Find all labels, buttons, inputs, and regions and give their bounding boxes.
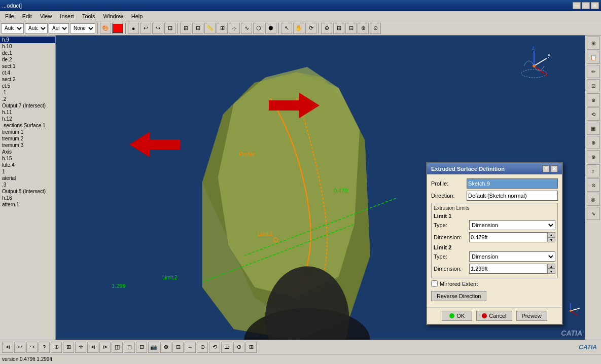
sidebar-item-ct5[interactable]: ct.5: [0, 83, 55, 89]
sidebar-item-sect1[interactable]: sect.1: [0, 63, 55, 69]
limit1-spin-up[interactable]: ▲: [547, 232, 555, 237]
bt-btn-11[interactable]: ◻: [124, 342, 135, 353]
toolbar-select-1[interactable]: Auto: [1, 23, 24, 33]
sidebar-item-h10[interactable]: h.10: [0, 43, 55, 50]
rt-btn-4[interactable]: ⊡: [587, 79, 600, 92]
rt-btn-12[interactable]: ◎: [587, 193, 600, 206]
limit2-dim-input[interactable]: [469, 264, 547, 274]
sidebar-item-output8[interactable]: Output.8 (Intersect): [0, 188, 55, 195]
preview-button[interactable]: Preview: [516, 311, 547, 321]
rt-btn-1[interactable]: ⊞: [587, 37, 600, 50]
bt-btn-13[interactable]: 📷: [148, 342, 159, 353]
limit1-spin-down[interactable]: ▼: [547, 237, 555, 242]
sidebar-item-output7[interactable]: Output.7 (Intersect): [0, 102, 55, 109]
toolbar-btn-color[interactable]: [112, 23, 123, 34]
limit1-type-select[interactable]: Dimension: [469, 220, 555, 230]
sidebar-item-lute4[interactable]: lute.4: [0, 162, 55, 168]
bt-btn-3[interactable]: ↪: [26, 342, 38, 353]
toolbar-btn-zoom-fit[interactable]: ⊕: [321, 23, 332, 34]
reverse-direction-button[interactable]: Reverse Direction: [431, 291, 486, 301]
sidebar-item-2[interactable]: .2: [0, 96, 55, 102]
sidebar-item-3[interactable]: .3: [0, 181, 55, 188]
dialog-help-button[interactable]: ?: [543, 165, 550, 172]
bt-btn-20[interactable]: ⊕: [233, 342, 244, 353]
bt-btn-7[interactable]: ✛: [75, 342, 86, 353]
dialog-close-button[interactable]: ✕: [551, 165, 558, 172]
bt-btn-21[interactable]: ⊞: [245, 342, 257, 353]
bt-btn-6[interactable]: ⊞: [63, 342, 74, 353]
rt-btn-5[interactable]: ⊛: [587, 93, 600, 106]
sidebar-item-extremum1[interactable]: tremum.1: [0, 129, 55, 135]
sidebar-item-sect2[interactable]: sect.2: [0, 76, 55, 83]
sidebar-item-extremum3[interactable]: tremum.3: [0, 142, 55, 149]
bt-btn-1[interactable]: ⊲: [2, 342, 13, 353]
bt-btn-19[interactable]: ☰: [221, 342, 232, 353]
menu-tools[interactable]: Tools: [78, 12, 99, 20]
viewport-3d[interactable]: _Profile 0.479 1.299 Limit.1 Limit.2 x y…: [56, 35, 585, 340]
toolbar-select-2[interactable]: Auto: [25, 23, 48, 33]
bt-btn-8[interactable]: ⊲: [87, 342, 98, 353]
toolbar-btn-curve[interactable]: ∿: [241, 23, 252, 34]
bt-btn-18[interactable]: ⟲: [209, 342, 220, 353]
close-button[interactable]: ✕: [591, 2, 599, 9]
toolbar-btn-1[interactable]: ●: [128, 23, 139, 34]
profile-field-input[interactable]: [467, 178, 558, 189]
bt-btn-14[interactable]: ⊛: [160, 342, 171, 353]
mirrored-checkbox[interactable]: [431, 280, 438, 287]
bt-btn-16[interactable]: ↔: [185, 342, 196, 353]
toolbar-btn-measure[interactable]: 📏: [204, 23, 216, 34]
sidebar-item-de1[interactable]: de.1: [0, 50, 55, 56]
bt-btn-15[interactable]: ⊟: [172, 342, 184, 353]
bt-btn-2[interactable]: ↩: [14, 342, 25, 353]
toolbar-btn-pan[interactable]: ⊛: [358, 23, 369, 34]
bt-btn-4[interactable]: ?: [39, 342, 50, 353]
ok-button[interactable]: OK: [442, 311, 472, 321]
rt-btn-13[interactable]: ∿: [587, 207, 600, 220]
sidebar-item-sections[interactable]: -sections Surface.1: [0, 122, 55, 129]
sidebar-item-h9[interactable]: h.9: [0, 37, 55, 43]
limit2-spin-down[interactable]: ▼: [547, 269, 555, 274]
menu-view[interactable]: View: [36, 12, 56, 20]
toolbar-btn-select-box[interactable]: ⊟: [192, 23, 203, 34]
rt-btn-2[interactable]: 📋: [587, 51, 600, 64]
toolbar-btn-move[interactable]: ✋: [293, 23, 304, 34]
sidebar-item-h15[interactable]: h.15: [0, 155, 55, 162]
toolbar-btn-snap[interactable]: ⊡: [164, 23, 175, 34]
toolbar-btn-orbit[interactable]: ⊙: [370, 23, 381, 34]
toolbar-select-3[interactable]: Aut: [49, 23, 69, 33]
limit1-dim-input[interactable]: [469, 232, 547, 242]
toolbar-btn-zoom-in[interactable]: ⊞: [333, 23, 344, 34]
toolbar-btn-undo[interactable]: ↩: [140, 23, 151, 34]
sidebar-item-pattern1[interactable]: attern.1: [0, 201, 55, 208]
toolbar-btn-rotate[interactable]: ⟳: [305, 23, 316, 34]
toolbar-btn-pts[interactable]: ·:·: [229, 23, 240, 34]
rt-btn-10[interactable]: ≡: [587, 164, 600, 177]
toolbar-btn-surface[interactable]: ⬡: [253, 23, 264, 34]
sidebar-item-ct4[interactable]: ct.4: [0, 69, 55, 76]
sidebar-item-extremum2[interactable]: tremum.2: [0, 135, 55, 142]
toolbar-btn-grid[interactable]: ⊞: [217, 23, 228, 34]
menu-file[interactable]: File: [1, 12, 18, 20]
toolbar-btn-select-all[interactable]: ⊞: [180, 23, 191, 34]
sidebar-item-h11[interactable]: h.11: [0, 109, 55, 116]
toolbar-btn-select[interactable]: ↖: [281, 23, 292, 34]
sidebar-item-h12[interactable]: h.12: [0, 116, 55, 122]
maximize-button[interactable]: □: [582, 2, 590, 9]
toolbar-btn-render[interactable]: 🎨: [100, 23, 111, 34]
sidebar-item-axis[interactable]: Axis: [0, 149, 55, 155]
bt-btn-5[interactable]: ⊕: [51, 342, 62, 353]
rt-btn-11[interactable]: ⊙: [587, 178, 600, 192]
limit2-spin-up[interactable]: ▲: [547, 264, 555, 269]
direction-field-input[interactable]: [467, 191, 558, 201]
sidebar-item-h16[interactable]: h.16: [0, 195, 55, 201]
toolbar-select-4[interactable]: None: [70, 23, 95, 33]
rt-btn-8[interactable]: ⊕: [587, 136, 600, 149]
rt-btn-7[interactable]: ▦: [587, 122, 600, 135]
menu-help[interactable]: Help: [127, 12, 147, 20]
rt-btn-3[interactable]: ✏: [587, 65, 600, 78]
bt-btn-10[interactable]: ◫: [112, 342, 123, 353]
sidebar-item-n1[interactable]: 1: [0, 168, 55, 175]
bt-btn-12[interactable]: ⊡: [136, 342, 147, 353]
limit2-type-select[interactable]: Dimension: [469, 251, 555, 262]
toolbar-btn-zoom-out[interactable]: ⊟: [345, 23, 357, 34]
